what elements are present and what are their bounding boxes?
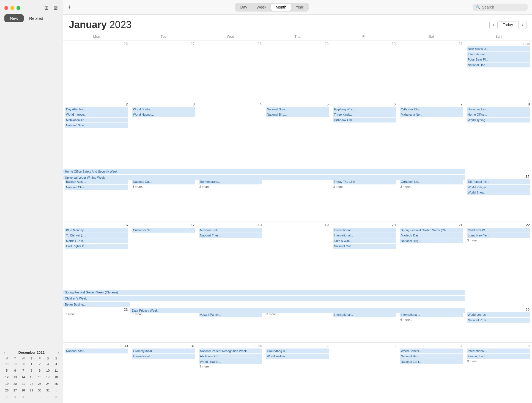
calendar-event[interactable]: Customer Ser... xyxy=(132,228,195,233)
mini-cal-day[interactable]: 2 xyxy=(3,394,11,400)
mini-cal-day[interactable]: 11 xyxy=(52,367,60,374)
calendar-event[interactable]: World Typing... xyxy=(467,118,530,123)
calendar-event[interactable]: 3 more... xyxy=(467,238,530,242)
calendar-event[interactable]: 6 more... xyxy=(400,318,463,322)
calendar-event[interactable]: World Religio... xyxy=(467,185,530,190)
mini-cal-day[interactable]: 27 xyxy=(11,387,19,394)
calendar-day[interactable]: 28 xyxy=(197,40,264,101)
mini-cal-day[interactable]: 26 xyxy=(3,387,11,394)
calendar-event[interactable]: Lunar New Ye... xyxy=(467,233,530,238)
calendar-event[interactable]: Motivation An... xyxy=(65,118,128,123)
mini-cal-day[interactable]: 5 xyxy=(3,367,11,374)
prev-month-button[interactable]: ‹ xyxy=(489,21,498,29)
calendar-day[interactable]: 22Children's W...Lunar New Ye...3 more..… xyxy=(465,222,532,282)
calendar-day[interactable]: 4World Cancer...National Hem...National … xyxy=(398,343,465,403)
mini-cal-day[interactable]: 29 xyxy=(28,387,36,394)
calendar-day[interactable]: 26 xyxy=(63,40,130,101)
minimize-button[interactable] xyxy=(10,6,14,10)
spanning-event[interactable]: Better Busine... xyxy=(63,302,130,307)
mini-cal-day[interactable]: 31 xyxy=(44,387,52,394)
calendar-event[interactable]: National Stor... xyxy=(65,348,128,354)
calendar-event[interactable]: International... xyxy=(467,348,530,354)
calendar-event[interactable]: Blue Monday xyxy=(65,228,128,233)
calendar-day[interactable]: 2Groundhog D...World Wetlan... xyxy=(264,343,331,403)
calendar-day[interactable]: 30 xyxy=(331,40,398,101)
calendar-day[interactable]: 29World Lepros...National Puzz... xyxy=(465,282,532,342)
calendar-event[interactable]: National Scre... xyxy=(266,107,329,112)
mini-cal-day[interactable]: 28 xyxy=(19,387,28,394)
today-button[interactable]: Today xyxy=(499,21,517,28)
calendar-event[interactable]: Spring Festival Golden Week (Chi... xyxy=(400,228,463,233)
mini-cal-day[interactable]: 16 xyxy=(35,374,44,380)
calendar-event[interactable]: Three Kinds... xyxy=(333,112,396,117)
mini-cal-day[interactable]: 17 xyxy=(44,374,52,380)
mini-cal-day[interactable]: 7 xyxy=(44,394,52,400)
calendar-event[interactable]: National Clea... xyxy=(65,185,128,190)
spanning-event[interactable]: Home Office Safety And Security Week xyxy=(63,169,465,174)
mini-cal-day[interactable]: 24 xyxy=(44,380,52,387)
calendar-event[interactable]: Epiphany (Ca... xyxy=(333,107,396,112)
mini-cal-day[interactable]: 8 xyxy=(28,367,36,374)
calendar-event[interactable]: World Snow... xyxy=(467,190,530,195)
calendar-event[interactable]: International... xyxy=(333,228,396,233)
calendar-day[interactable]: 19 xyxy=(264,222,331,282)
mini-cal-day[interactable]: 18 xyxy=(52,374,60,380)
calendar-day[interactable]: 6Epiphany (Ca...Three Kinds...Orthodox C… xyxy=(331,101,398,161)
mini-cal-day[interactable]: 21 xyxy=(19,380,28,387)
calendar-event[interactable]: World Introve... xyxy=(65,112,128,117)
calendar-event[interactable]: National Scie... xyxy=(65,123,128,128)
calendar-day[interactable]: 5International...Floating Lant...3 more.… xyxy=(465,343,532,403)
mini-cal-day[interactable]: 9 xyxy=(35,367,44,374)
inbox-icon[interactable]: ⊠ xyxy=(53,5,59,11)
mini-cal-day[interactable]: 3 xyxy=(11,394,19,400)
spanning-event[interactable]: Children's Week xyxy=(63,296,465,301)
mini-cal-day[interactable]: 28 xyxy=(3,361,11,367)
mini-cal-day[interactable]: 8 xyxy=(52,394,60,400)
mini-cal-day[interactable]: 29 xyxy=(11,361,19,367)
spanning-event[interactable]: Data Privacy Week xyxy=(130,308,465,313)
mini-cal-next[interactable]: › xyxy=(58,350,59,355)
calendar-event[interactable]: Museum Selfi... xyxy=(199,228,262,233)
calendar-event[interactable]: International... xyxy=(467,52,530,57)
calendar-event[interactable]: Floating Lant... xyxy=(467,354,530,359)
mini-cal-day[interactable]: 3 xyxy=(44,361,52,367)
calendar-event[interactable]: World Cancer... xyxy=(400,348,463,354)
view-tab-year[interactable]: Year xyxy=(291,4,308,11)
calendar-event[interactable]: World Lepros... xyxy=(467,312,530,317)
view-tab-week[interactable]: Week xyxy=(252,4,271,11)
calendar-event[interactable]: 3 more... xyxy=(199,364,262,368)
mini-cal-day[interactable]: 7 xyxy=(19,367,28,374)
calendar-day[interactable]: 8Universal Lett...Home Office...World Ty… xyxy=(465,101,532,161)
grid-icon[interactable]: ⊞ xyxy=(43,5,49,11)
mini-cal-day[interactable]: 25 xyxy=(52,380,60,387)
mini-cal-day[interactable]: 10 xyxy=(44,367,52,374)
calendar-event[interactable]: 2 more... xyxy=(333,185,396,189)
calendar-event[interactable]: National Coff... xyxy=(333,244,396,249)
mini-cal-day[interactable]: 23 xyxy=(35,380,44,387)
calendar-event[interactable]: Mariachi Day xyxy=(400,233,463,238)
calendar-event[interactable]: Martin L. Kin... xyxy=(65,238,128,244)
calendar-event[interactable]: Orthodox Chr... xyxy=(333,118,396,123)
mini-cal-day[interactable]: 14 xyxy=(19,374,28,380)
calendar-event[interactable]: Groundhog D... xyxy=(266,348,329,354)
mini-cal-day[interactable]: 15 xyxy=(28,374,36,380)
mini-cal-day[interactable]: 19 xyxy=(3,380,11,387)
mini-cal-day[interactable]: 20 xyxy=(11,380,19,387)
calendar-day[interactable]: 18Museum Selfi...National Thes... xyxy=(197,222,264,282)
mini-cal-day[interactable]: 1 xyxy=(52,387,60,394)
calendar-day[interactable]: 30National Stor... xyxy=(63,343,130,403)
calendar-day[interactable]: 31 xyxy=(398,40,465,101)
calendar-event[interactable]: 3 more... xyxy=(467,359,530,363)
calendar-day[interactable]: 4 xyxy=(197,101,264,161)
calendar-event[interactable]: 2 more... xyxy=(65,312,128,316)
calendar-day[interactable]: 15Tai Pongal (Hi...World Religio...World… xyxy=(465,161,532,222)
calendar-event[interactable]: Take A Walk... xyxy=(333,238,396,244)
calendar-event[interactable]: Tu Bishvat (J... xyxy=(65,233,128,238)
replied-button[interactable]: Replied xyxy=(26,14,46,22)
calendar-event[interactable]: 2 more... xyxy=(400,185,463,189)
calendar-event[interactable]: National Hem... xyxy=(400,354,463,359)
calendar-day[interactable]: 31Grammy Awar...International... xyxy=(130,343,197,403)
calendar-day[interactable]: 2Day After Ne...World Introve...Motivati… xyxy=(63,101,130,161)
mini-cal-prev[interactable]: ‹ xyxy=(4,350,5,355)
calendar-event[interactable]: World Wetlan... xyxy=(266,354,329,359)
